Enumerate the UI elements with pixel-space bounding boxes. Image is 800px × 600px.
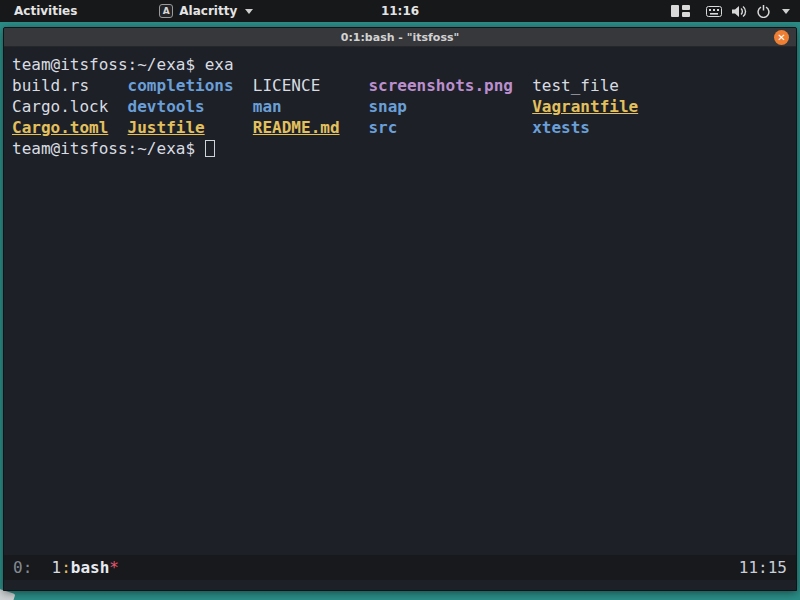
terminal-text: test_file — [532, 76, 619, 95]
terminal-text: src — [368, 118, 397, 137]
terminal-text: Cargo.lock — [12, 97, 108, 116]
system-status-area[interactable] — [706, 5, 790, 18]
terminal-text — [32, 558, 51, 577]
alacritty-window: 0:1:bash - "itsfoss" ✕ team@itsfoss:~/ex… — [3, 27, 797, 591]
terminal-text: LICENCE — [253, 76, 320, 95]
tmux-window-list[interactable]: 0: 1:bash* — [13, 558, 119, 577]
alacritty-icon: A — [159, 4, 173, 18]
chevron-down-icon — [782, 9, 790, 14]
terminal-text: team@itsfoss:~/exa$ exa — [12, 55, 234, 74]
terminal-line: build.rs completions LICENCE screenshots… — [12, 75, 796, 96]
activities-button[interactable]: Activities — [0, 0, 91, 22]
terminal-text: 1 — [52, 558, 62, 577]
tmux-clock: 11:15 — [739, 558, 787, 577]
terminal-text: screenshots.png — [368, 76, 513, 95]
chevron-down-icon — [245, 9, 253, 14]
top-bar: Activities A Alacritty 11:16 — [0, 0, 800, 22]
close-icon[interactable]: ✕ — [774, 30, 789, 45]
app-menu-label: Alacritty — [179, 4, 237, 18]
terminal-text: Cargo.toml — [12, 118, 108, 137]
terminal-text: bash — [71, 558, 110, 577]
terminal-text: man — [253, 97, 282, 116]
window-title: 0:1:bash - "itsfoss" — [341, 31, 459, 44]
window-tiles-icon[interactable] — [671, 5, 690, 17]
terminal-text: * — [109, 558, 119, 577]
power-icon — [757, 5, 770, 18]
terminal-text: Justfile — [128, 118, 205, 137]
terminal-text: devtools — [128, 97, 205, 116]
window-titlebar[interactable]: 0:1:bash - "itsfoss" ✕ — [4, 28, 796, 47]
terminal-text: README.md — [253, 118, 340, 137]
volume-icon — [732, 5, 747, 18]
app-menu[interactable]: A Alacritty — [159, 4, 253, 18]
terminal-text: Vagrantfile — [532, 97, 638, 116]
terminal-text: completions — [128, 76, 234, 95]
terminal-text: build.rs — [12, 76, 89, 95]
activities-label: Activities — [14, 4, 77, 18]
tmux-status-bar: 0: 1:bash* 11:15 — [4, 555, 796, 580]
terminal-cursor — [205, 140, 215, 157]
terminal-text: 0: — [13, 558, 32, 577]
keyboard-icon — [706, 6, 722, 17]
topbar-clock[interactable]: 11:16 — [381, 4, 419, 18]
terminal-text: : — [61, 558, 71, 577]
terminal-text: team@itsfoss:~/exa$ — [12, 139, 205, 158]
terminal-line: team@itsfoss:~/exa$ exa — [12, 54, 796, 75]
terminal-line: team@itsfoss:~/exa$ — [12, 138, 796, 159]
terminal-line: Cargo.toml Justfile README.md src xtests — [12, 117, 796, 138]
terminal-text: snap — [368, 97, 407, 116]
terminal-output[interactable]: team@itsfoss:~/exa$ exabuild.rs completi… — [4, 47, 796, 590]
terminal-line: Cargo.lock devtools man snap Vagrantfile — [12, 96, 796, 117]
terminal-text: xtests — [532, 118, 590, 137]
